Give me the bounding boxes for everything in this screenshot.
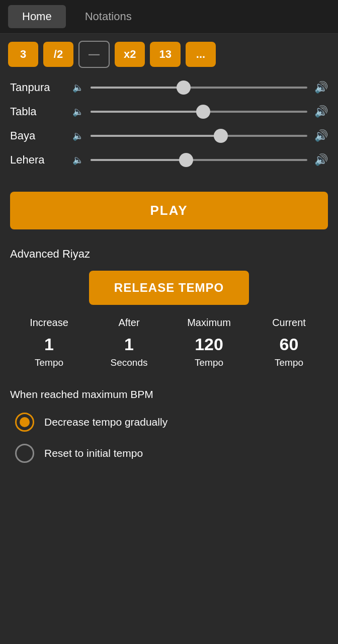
maximum-value: 120 <box>170 332 248 357</box>
tabla-row: Tabla 🔈 🔊 <box>10 104 328 119</box>
stats-grid: Increase 1 Tempo After 1 Seconds Maximum… <box>10 317 328 368</box>
button-3[interactable]: 3 <box>8 42 38 67</box>
radio-reset-button[interactable] <box>15 444 34 463</box>
current-header-cell: Current 60 Tempo <box>250 317 328 368</box>
radio-decrease-button[interactable] <box>15 413 34 432</box>
advanced-label: Advanced Riyaz <box>10 248 328 261</box>
lehera-label: Lehera <box>10 153 65 167</box>
radio-reset-label: Reset to initial tempo <box>44 447 143 459</box>
tanpura-slider[interactable] <box>91 80 307 95</box>
radio-decrease-label: Decrease tempo gradually <box>44 416 167 428</box>
after-sublabel: Seconds <box>90 357 168 368</box>
baya-row: Baya 🔈 🔊 <box>10 128 328 143</box>
increase-value: 1 <box>10 332 88 357</box>
maximum-header: Maximum <box>170 317 248 332</box>
button-dash[interactable]: — <box>78 41 110 68</box>
mixer-section: Tanpura 🔈 🔊 Tabla 🔈 🔊 Baya 🔈 <box>0 75 338 187</box>
tanpura-row: Tanpura 🔈 🔊 <box>10 80 328 95</box>
button-x2[interactable]: x2 <box>115 42 145 67</box>
tanpura-vol-low-icon: 🔈 <box>72 82 83 93</box>
tab-home[interactable]: Home <box>8 5 66 28</box>
radio-decrease-inner <box>20 417 30 427</box>
baya-label: Baya <box>10 129 65 142</box>
bpm-section: When reached maximum BPM Decrease tempo … <box>0 388 338 485</box>
button-13[interactable]: 13 <box>150 42 180 67</box>
release-tempo-button[interactable]: RELEASE TEMPO <box>89 271 249 305</box>
lehera-vol-high-icon: 🔊 <box>314 153 328 167</box>
tabla-slider[interactable] <box>91 104 307 119</box>
increase-header: Increase <box>10 317 88 332</box>
nav-bar: Home Notations <box>0 0 338 34</box>
play-button[interactable]: PLAY <box>10 192 328 229</box>
advanced-section: Advanced Riyaz RELEASE TEMPO Increase 1 … <box>0 239 338 388</box>
current-value: 60 <box>250 332 328 357</box>
after-value: 1 <box>90 332 168 357</box>
top-buttons-row: 3 /2 — x2 13 ... <box>0 34 338 75</box>
button-half[interactable]: /2 <box>43 42 73 67</box>
play-section: PLAY <box>0 187 338 239</box>
lehera-row: Lehera 🔈 🔊 <box>10 152 328 168</box>
maximum-header-cell: Maximum 120 Tempo <box>170 317 248 368</box>
tanpura-label: Tanpura <box>10 81 65 94</box>
after-header-cell: After 1 Seconds <box>90 317 168 368</box>
baya-vol-low-icon: 🔈 <box>72 130 83 141</box>
lehera-slider[interactable] <box>91 152 307 168</box>
increase-header-cell: Increase 1 Tempo <box>10 317 88 368</box>
radio-row-decrease: Decrease tempo gradually <box>10 413 328 432</box>
tab-notations[interactable]: Notations <box>71 5 146 28</box>
after-header: After <box>90 317 168 332</box>
baya-vol-high-icon: 🔊 <box>314 129 328 142</box>
bpm-label: When reached maximum BPM <box>10 388 328 400</box>
radio-row-reset: Reset to initial tempo <box>10 444 328 463</box>
tabla-vol-low-icon: 🔈 <box>72 106 83 117</box>
current-header: Current <box>250 317 328 332</box>
lehera-vol-low-icon: 🔈 <box>72 154 83 166</box>
maximum-sublabel: Tempo <box>170 357 248 368</box>
increase-sublabel: Tempo <box>10 357 88 368</box>
baya-slider[interactable] <box>91 128 307 143</box>
button-more[interactable]: ... <box>186 42 216 67</box>
tanpura-vol-high-icon: 🔊 <box>314 81 328 94</box>
current-sublabel: Tempo <box>250 357 328 368</box>
tabla-label: Tabla <box>10 105 65 118</box>
tabla-vol-high-icon: 🔊 <box>314 105 328 118</box>
